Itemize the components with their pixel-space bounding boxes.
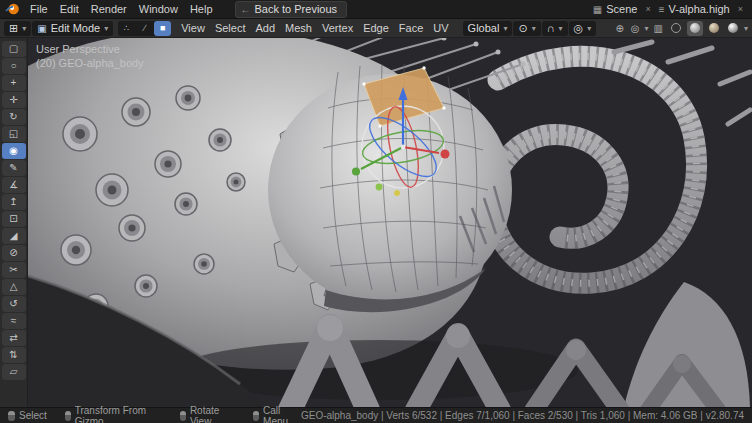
tool-extrude-region[interactable]: ↥ — [2, 194, 26, 210]
tool-annotate[interactable]: ✎ — [2, 160, 26, 176]
edit-mode-icon: ▣ — [37, 23, 46, 34]
chevron-down-icon: ▾ — [532, 24, 536, 33]
chevron-down-icon: ▾ — [587, 24, 591, 33]
overlays-toggle[interactable]: ◎ — [629, 23, 642, 34]
viewport-menus: ViewSelectAddMeshVertexEdgeFaceUV — [176, 20, 453, 37]
chevron-down-icon: ▾ — [104, 24, 108, 33]
hint-label: Select — [19, 410, 47, 421]
tool-poly-build[interactable]: △ — [2, 279, 26, 295]
blender-window: FileEditRenderWindowHelp ← Back to Previ… — [0, 0, 752, 423]
scene-selector[interactable]: ▦ Scene — [590, 3, 641, 15]
menu-help[interactable]: Help — [184, 1, 219, 18]
key-hint: Call Menu — [253, 405, 301, 423]
tool-bevel[interactable]: ◢ — [2, 228, 26, 244]
tool-measure[interactable]: ∡ — [2, 177, 26, 193]
menu-edit[interactable]: Edit — [54, 1, 85, 18]
menu-mesh[interactable]: Mesh — [280, 20, 317, 37]
back-arrow-icon: ← — [241, 4, 251, 15]
topbar-menus: FileEditRenderWindowHelp — [24, 1, 219, 18]
tool-transform[interactable]: ◉ — [2, 143, 26, 159]
snap-dropdown[interactable]: ∩ ▾ — [542, 21, 568, 36]
statusbar: Select Transform From Gizmo Rotate View … — [0, 407, 752, 423]
tool-rotate[interactable]: ↻ — [2, 109, 26, 125]
hint-label: Transform From Gizmo — [75, 405, 162, 423]
tool-cursor[interactable]: + — [2, 75, 26, 91]
menu-window[interactable]: Window — [133, 1, 184, 18]
mode-label: Edit Mode — [51, 22, 101, 34]
scene-unlink-button[interactable]: × — [643, 4, 652, 14]
tool-move[interactable]: ✛ — [2, 92, 26, 108]
shading-solid-button[interactable] — [687, 21, 703, 36]
material-shading-icon — [709, 23, 719, 33]
view-layer-selector[interactable]: ≡ V-alpha.high — [656, 3, 733, 15]
back-to-previous-button[interactable]: ← Back to Previous — [235, 1, 348, 18]
orientation-dropdown[interactable]: Global ▾ — [463, 21, 513, 36]
scene-icon: ▦ — [593, 4, 602, 15]
tool-select-box[interactable]: ▢ — [2, 41, 26, 57]
tool-loop-cut[interactable]: ⊘ — [2, 245, 26, 261]
editor-type-selector[interactable]: ⊞ ▾ — [4, 21, 31, 36]
scene-name: Scene — [606, 3, 637, 15]
wireframe-shading-icon — [671, 23, 681, 33]
viewport-3d[interactable]: User Perspective (20) GEO-alpha_body — [28, 38, 752, 407]
orientation-label: Global — [468, 22, 500, 34]
menu-select[interactable]: Select — [210, 20, 251, 37]
gizmo-y-handle[interactable] — [352, 168, 360, 176]
blender-logo-icon — [5, 3, 20, 15]
statusbar-hints: Select Transform From Gizmo Rotate View … — [8, 405, 301, 423]
active-object-label: (20) GEO-alpha_body — [36, 57, 144, 69]
tool-scale[interactable]: ◱ — [2, 126, 26, 142]
shading-wireframe-button[interactable] — [668, 21, 684, 36]
editor-type-icon: ⊞ — [9, 22, 18, 35]
scene-stats: GEO-alpha_body | Verts 6/532 | Edges 7/1… — [301, 410, 744, 421]
hint-label: Rotate View — [190, 405, 235, 423]
face-select-mode-button[interactable]: ■ — [154, 21, 171, 36]
chevron-down-icon: ▾ — [645, 24, 649, 33]
edge-select-mode-button[interactable]: ∕ — [136, 21, 153, 36]
vertex-select-mode-button[interactable]: ∴ — [118, 21, 135, 36]
tool-shrink-fatten[interactable]: ⇅ — [2, 347, 26, 363]
magnet-icon: ∩ — [547, 22, 555, 34]
view-layer-name: V-alpha.high — [669, 3, 730, 15]
shading-options-chevron-icon[interactable]: ▾ — [744, 24, 748, 33]
viewport-canvas[interactable]: User Perspective (20) GEO-alpha_body — [28, 38, 752, 407]
menu-view[interactable]: View — [176, 20, 210, 37]
chevron-down-icon: ▾ — [22, 24, 26, 33]
tool-select-circle[interactable]: ○ — [2, 58, 26, 74]
shading-material-button[interactable] — [706, 21, 722, 36]
mode-selector[interactable]: ▣ Edit Mode ▾ — [32, 21, 113, 36]
tool-smooth[interactable]: ≈ — [2, 313, 26, 329]
tool-spin[interactable]: ↺ — [2, 296, 26, 312]
menu-edge[interactable]: Edge — [358, 20, 394, 37]
topbar-right: ▦ Scene × ≡ V-alpha.high × — [590, 3, 747, 15]
blender-logo[interactable] — [5, 3, 20, 15]
pivot-point-dropdown[interactable]: ⊙ ▾ — [513, 21, 540, 36]
proportional-editing-dropdown[interactable]: ◎ ▾ — [569, 21, 597, 36]
menu-add[interactable]: Add — [250, 20, 280, 37]
pivot-icon: ⊙ — [518, 22, 527, 35]
topbar: FileEditRenderWindowHelp ← Back to Previ… — [0, 0, 752, 19]
key-hint: Select — [8, 410, 47, 421]
shading-rendered-button[interactable] — [725, 21, 741, 36]
tool-edge-slide[interactable]: ⇄ — [2, 330, 26, 346]
tool-shear[interactable]: ▱ — [2, 364, 26, 380]
view-layer-remove-button[interactable]: × — [736, 4, 745, 14]
tool-inset-faces[interactable]: ⊡ — [2, 211, 26, 227]
mouse-drag-icon — [65, 411, 71, 421]
menu-uv[interactable]: UV — [428, 20, 453, 37]
menu-vertex[interactable]: Vertex — [317, 20, 358, 37]
gizmo-plane-handle-green[interactable] — [376, 184, 383, 191]
menu-file[interactable]: File — [24, 1, 54, 18]
solid-shading-icon — [690, 23, 700, 33]
show-gizmo-toggle[interactable]: ⊕ — [613, 23, 625, 34]
tool-knife[interactable]: ✂ — [2, 262, 26, 278]
gizmo-x-handle[interactable] — [441, 150, 450, 159]
xray-toggle[interactable]: ▥ — [652, 23, 665, 34]
chevron-down-icon: ▾ — [503, 24, 507, 33]
view-name-label: User Perspective — [36, 43, 120, 55]
gizmo-plane-handle-yellow[interactable] — [394, 190, 400, 196]
toolbar: ▢○+✛↻◱◉✎∡↥⊡◢⊘✂△↺≈⇄⇅▱ — [0, 38, 28, 407]
menu-face[interactable]: Face — [394, 20, 428, 37]
gizmo-center-dot[interactable] — [401, 145, 406, 150]
menu-render[interactable]: Render — [85, 1, 133, 18]
